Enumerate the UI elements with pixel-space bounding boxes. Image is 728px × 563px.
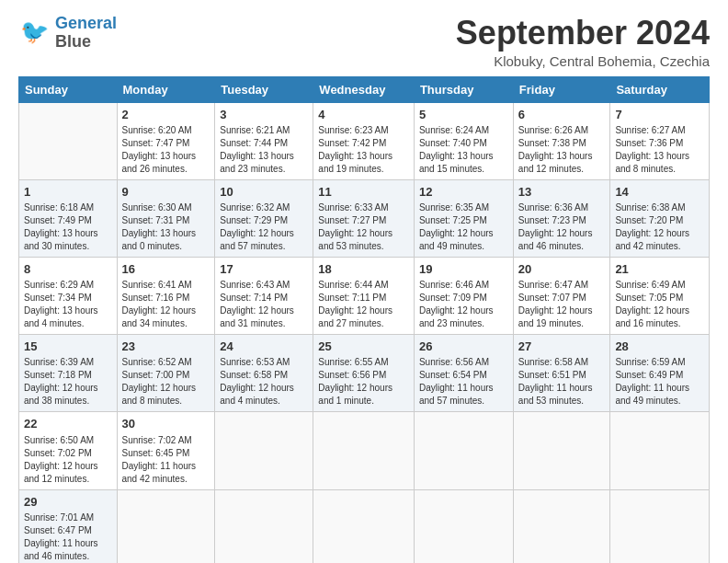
day-number: 25: [318, 339, 409, 355]
day-info: Sunrise: 6:41 AM Sunset: 7:16 PM Dayligh…: [122, 279, 210, 330]
day-info: Sunrise: 6:49 AM Sunset: 7:05 PM Dayligh…: [615, 279, 704, 330]
day-info: Sunrise: 6:21 AM Sunset: 7:44 PM Dayligh…: [220, 124, 308, 176]
calendar-cell: 12Sunrise: 6:35 AM Sunset: 7:25 PM Dayli…: [414, 179, 513, 257]
day-info: Sunrise: 6:55 AM Sunset: 6:56 PM Dayligh…: [318, 356, 409, 408]
calendar-week-row: 2Sunrise: 6:20 AM Sunset: 7:47 PM Daylig…: [19, 102, 710, 179]
month-title: September 2024: [456, 15, 710, 52]
day-info: Sunrise: 6:20 AM Sunset: 7:47 PM Dayligh…: [122, 124, 210, 176]
day-number: 16: [122, 261, 210, 278]
day-number: 11: [318, 184, 409, 201]
calendar-header-tuesday: Tuesday: [215, 76, 313, 102]
calendar-cell: 2Sunrise: 6:20 AM Sunset: 7:47 PM Daylig…: [117, 102, 215, 179]
day-info: Sunrise: 6:56 AM Sunset: 6:54 PM Dayligh…: [419, 356, 508, 408]
day-info: Sunrise: 6:29 AM Sunset: 7:34 PM Dayligh…: [24, 279, 112, 330]
day-number: 24: [220, 339, 308, 355]
day-info: Sunrise: 6:26 AM Sunset: 7:38 PM Dayligh…: [518, 124, 606, 176]
day-info: Sunrise: 6:53 AM Sunset: 6:58 PM Dayligh…: [220, 356, 308, 408]
calendar-cell: [215, 412, 313, 489]
day-info: Sunrise: 6:59 AM Sunset: 6:49 PM Dayligh…: [615, 356, 704, 408]
calendar-cell: 3Sunrise: 6:21 AM Sunset: 7:44 PM Daylig…: [215, 102, 313, 179]
calendar-week-row: 22Sunrise: 6:50 AM Sunset: 7:02 PM Dayli…: [19, 412, 710, 489]
calendar-week-row: 29Sunrise: 7:01 AM Sunset: 6:47 PM Dayli…: [19, 489, 710, 563]
day-number: 2: [122, 107, 210, 123]
day-info: Sunrise: 6:47 AM Sunset: 7:07 PM Dayligh…: [518, 279, 606, 330]
day-number: 13: [518, 184, 606, 201]
calendar-cell: [117, 489, 215, 563]
day-number: 8: [24, 261, 112, 278]
title-block: September 2024 Klobuky, Central Bohemia,…: [456, 15, 710, 69]
day-info: Sunrise: 6:43 AM Sunset: 7:14 PM Dayligh…: [220, 279, 308, 330]
calendar-cell: 26Sunrise: 6:56 AM Sunset: 6:54 PM Dayli…: [414, 335, 513, 412]
calendar-cell: [215, 489, 313, 563]
day-info: Sunrise: 6:44 AM Sunset: 7:11 PM Dayligh…: [318, 279, 409, 330]
day-number: 1: [24, 184, 112, 201]
day-info: Sunrise: 6:30 AM Sunset: 7:31 PM Dayligh…: [122, 201, 210, 253]
calendar-header-thursday: Thursday: [414, 76, 513, 102]
calendar-cell: [610, 489, 710, 563]
calendar-cell: [313, 489, 415, 563]
calendar-header-row: SundayMondayTuesdayWednesdayThursdayFrid…: [19, 76, 710, 102]
calendar-cell: 7Sunrise: 6:27 AM Sunset: 7:36 PM Daylig…: [610, 102, 710, 179]
calendar-cell: 4Sunrise: 6:23 AM Sunset: 7:42 PM Daylig…: [313, 102, 415, 179]
calendar-cell: 22Sunrise: 6:50 AM Sunset: 7:02 PM Dayli…: [19, 412, 118, 489]
calendar-header-friday: Friday: [513, 76, 610, 102]
logo-text: GeneralBlue: [55, 15, 117, 52]
calendar-cell: 30Sunrise: 7:02 AM Sunset: 6:45 PM Dayli…: [117, 412, 215, 489]
day-number: 17: [220, 261, 308, 278]
day-info: Sunrise: 6:32 AM Sunset: 7:29 PM Dayligh…: [220, 201, 308, 253]
calendar-cell: 16Sunrise: 6:41 AM Sunset: 7:16 PM Dayli…: [117, 257, 215, 334]
day-number: 15: [24, 339, 112, 355]
day-number: 5: [419, 107, 508, 123]
calendar-cell: 17Sunrise: 6:43 AM Sunset: 7:14 PM Dayli…: [215, 257, 313, 334]
day-number: 21: [615, 261, 704, 278]
calendar-header-sunday: Sunday: [19, 76, 118, 102]
calendar-cell: 19Sunrise: 6:46 AM Sunset: 7:09 PM Dayli…: [414, 257, 513, 334]
calendar-cell: [313, 412, 415, 489]
calendar-cell: 20Sunrise: 6:47 AM Sunset: 7:07 PM Dayli…: [513, 257, 610, 334]
calendar-cell: 5Sunrise: 6:24 AM Sunset: 7:40 PM Daylig…: [414, 102, 513, 179]
day-info: Sunrise: 6:38 AM Sunset: 7:20 PM Dayligh…: [615, 201, 704, 253]
calendar-week-row: 8Sunrise: 6:29 AM Sunset: 7:34 PM Daylig…: [19, 257, 710, 334]
calendar-cell: [414, 412, 513, 489]
day-number: 22: [24, 416, 112, 432]
day-number: 18: [318, 261, 409, 278]
day-number: 9: [122, 184, 210, 201]
calendar-week-row: 1Sunrise: 6:18 AM Sunset: 7:49 PM Daylig…: [19, 179, 710, 257]
day-info: Sunrise: 7:01 AM Sunset: 6:47 PM Dayligh…: [24, 511, 112, 563]
day-number: 19: [419, 261, 508, 278]
calendar-cell: 21Sunrise: 6:49 AM Sunset: 7:05 PM Dayli…: [610, 257, 710, 334]
calendar-cell: 29Sunrise: 7:01 AM Sunset: 6:47 PM Dayli…: [19, 489, 118, 563]
day-number: 20: [518, 261, 606, 278]
calendar-cell: 9Sunrise: 6:30 AM Sunset: 7:31 PM Daylig…: [117, 179, 215, 257]
day-info: Sunrise: 6:39 AM Sunset: 7:18 PM Dayligh…: [24, 356, 112, 408]
day-number: 23: [122, 339, 210, 355]
calendar-cell: 14Sunrise: 6:38 AM Sunset: 7:20 PM Dayli…: [610, 179, 710, 257]
calendar-cell: [19, 102, 118, 179]
day-number: 6: [518, 107, 606, 123]
calendar-cell: 1Sunrise: 6:18 AM Sunset: 7:49 PM Daylig…: [19, 179, 118, 257]
logo-icon: 🐦: [18, 17, 51, 50]
day-number: 26: [419, 339, 508, 355]
day-info: Sunrise: 6:50 AM Sunset: 7:02 PM Dayligh…: [24, 434, 112, 486]
day-info: Sunrise: 7:02 AM Sunset: 6:45 PM Dayligh…: [122, 434, 210, 486]
day-number: 14: [615, 184, 704, 201]
calendar-header-wednesday: Wednesday: [313, 76, 415, 102]
calendar-cell: 18Sunrise: 6:44 AM Sunset: 7:11 PM Dayli…: [313, 257, 415, 334]
calendar-cell: 23Sunrise: 6:52 AM Sunset: 7:00 PM Dayli…: [117, 335, 215, 412]
calendar-cell: 13Sunrise: 6:36 AM Sunset: 7:23 PM Dayli…: [513, 179, 610, 257]
day-number: 30: [122, 416, 210, 432]
day-number: 29: [24, 494, 112, 511]
calendar-week-row: 15Sunrise: 6:39 AM Sunset: 7:18 PM Dayli…: [19, 335, 710, 412]
calendar-cell: 28Sunrise: 6:59 AM Sunset: 6:49 PM Dayli…: [610, 335, 710, 412]
calendar-cell: 10Sunrise: 6:32 AM Sunset: 7:29 PM Dayli…: [215, 179, 313, 257]
calendar-cell: [513, 412, 610, 489]
day-number: 28: [615, 339, 704, 355]
day-info: Sunrise: 6:33 AM Sunset: 7:27 PM Dayligh…: [318, 201, 409, 253]
logo: 🐦 GeneralBlue: [18, 15, 117, 52]
calendar-cell: [513, 489, 610, 563]
calendar-cell: 24Sunrise: 6:53 AM Sunset: 6:58 PM Dayli…: [215, 335, 313, 412]
calendar-cell: 8Sunrise: 6:29 AM Sunset: 7:34 PM Daylig…: [19, 257, 118, 334]
day-info: Sunrise: 6:52 AM Sunset: 7:00 PM Dayligh…: [122, 356, 210, 408]
calendar-cell: [414, 489, 513, 563]
calendar: SundayMondayTuesdayWednesdayThursdayFrid…: [18, 76, 710, 563]
